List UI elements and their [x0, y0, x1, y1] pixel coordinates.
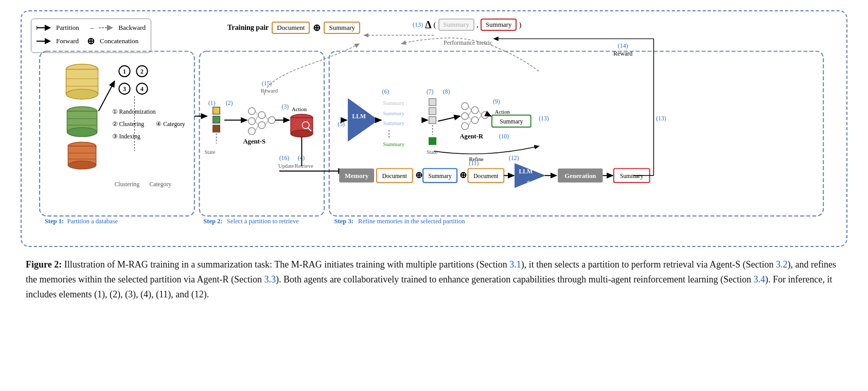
svg-text:2: 2 — [140, 68, 144, 75]
svg-line-106 — [468, 110, 471, 116]
svg-text:❄: ❄ — [359, 132, 364, 138]
svg-line-107 — [468, 116, 471, 120]
svg-marker-130 — [515, 164, 545, 188]
svg-rect-124 — [423, 169, 457, 183]
svg-text:Summary: Summary — [429, 173, 452, 180]
ref1: 3.1 — [509, 259, 521, 270]
svg-text:Refine: Refine — [469, 156, 484, 162]
svg-point-35 — [119, 83, 130, 94]
svg-rect-7 — [40, 51, 194, 216]
svg-text:① Randomization: ① Randomization — [112, 109, 156, 115]
svg-text:(12): (12) — [509, 155, 519, 162]
svg-point-100 — [462, 113, 469, 120]
legend-box: Partition – Backward Forward ⊕ Concatena… — [31, 19, 151, 53]
svg-rect-69 — [291, 118, 313, 134]
svg-text:Clustering: Clustering — [115, 181, 140, 188]
svg-point-68 — [291, 114, 313, 121]
svg-text:Generation: Generation — [564, 172, 596, 180]
svg-point-101 — [462, 122, 469, 130]
svg-point-70 — [291, 130, 313, 137]
svg-text:Category: Category — [149, 181, 171, 188]
svg-line-72 — [308, 128, 311, 131]
svg-marker-82 — [348, 99, 378, 141]
svg-text:Refine memories in the selecte: Refine memories in the selected partitio… — [358, 218, 465, 225]
ref2: 3.2 — [776, 259, 788, 270]
svg-point-22 — [68, 161, 96, 169]
main-container: Partition – Backward Forward ⊕ Concatena… — [21, 10, 847, 301]
svg-rect-93 — [429, 108, 436, 115]
forward-label: Forward — [56, 35, 79, 47]
svg-text:(10): (10) — [499, 133, 509, 140]
svg-text:Agent-S: Agent-S — [243, 138, 265, 145]
svg-point-10 — [66, 64, 98, 74]
svg-point-37 — [136, 83, 147, 94]
svg-text:Action: Action — [292, 106, 307, 112]
training-pair-label: Training pair — [227, 24, 269, 32]
summary-delta-1: Summary — [438, 19, 475, 31]
svg-text:❄: ❄ — [526, 180, 531, 186]
svg-text:Partition a database: Partition a database — [67, 218, 118, 225]
svg-text:(15): (15) — [262, 80, 272, 87]
svg-rect-127 — [468, 169, 504, 183]
svg-text:Action: Action — [495, 109, 510, 115]
svg-point-17 — [67, 128, 97, 136]
svg-text:(16): (16) — [279, 155, 289, 162]
ref3: 3.3 — [264, 274, 276, 285]
svg-line-108 — [468, 120, 471, 127]
legend-partition-row: Partition – Backward — [37, 22, 146, 33]
svg-line-62 — [265, 115, 269, 120]
svg-text:LLM: LLM — [352, 113, 366, 120]
concatenation-label: Concatenation — [100, 35, 138, 47]
svg-text:State: State — [427, 149, 438, 155]
svg-rect-135 — [558, 169, 603, 183]
svg-text:Retrieve: Retrieve — [295, 163, 313, 169]
svg-line-63 — [265, 120, 269, 126]
svg-text:Agent-R: Agent-R — [460, 133, 484, 140]
svg-text:(7): (7) — [427, 88, 434, 95]
ref4: 3.4 — [754, 274, 766, 285]
svg-point-104 — [482, 112, 489, 119]
svg-text:⊕: ⊕ — [415, 170, 422, 180]
svg-line-109 — [479, 110, 482, 115]
svg-text:(4): (4) — [298, 155, 305, 162]
summary-box-training: Summary — [324, 22, 360, 34]
svg-text:⊕: ⊕ — [459, 170, 467, 180]
svg-rect-9 — [329, 51, 824, 216]
svg-text:Summary: Summary — [500, 118, 523, 125]
svg-rect-114 — [492, 115, 531, 127]
partition-label: Partition — [56, 22, 79, 33]
svg-rect-96 — [429, 137, 436, 145]
svg-rect-8 — [200, 51, 325, 216]
svg-line-152 — [489, 115, 491, 116]
diagram-area: Partition – Backward Forward ⊕ Concatena… — [21, 10, 847, 247]
svg-line-110 — [479, 115, 482, 120]
svg-line-39 — [99, 81, 115, 111]
svg-rect-119 — [339, 169, 374, 183]
svg-line-60 — [255, 121, 258, 125]
svg-text:(8): (8) — [443, 88, 450, 95]
svg-point-102 — [471, 106, 479, 114]
svg-line-151 — [438, 116, 460, 121]
svg-rect-47 — [213, 116, 220, 123]
svg-text:(13): (13) — [539, 115, 548, 122]
summary-delta-2: Summary — [481, 19, 517, 31]
svg-line-59 — [255, 115, 258, 121]
svg-rect-46 — [213, 107, 220, 114]
performance-metric-label: Performance metric — [444, 39, 492, 47]
svg-text:(3): (3) — [282, 103, 289, 110]
svg-text:LLM: LLM — [519, 168, 533, 175]
svg-text:Step 2:: Step 2: — [203, 218, 222, 225]
svg-text:Summary: Summary — [383, 110, 405, 116]
svg-text:② Clustering
        ④ Categor: ② Clustering ④ Category — [112, 119, 185, 128]
training-pair-area: Training pair Document ⊕ Summary — [227, 22, 360, 34]
svg-text:3: 3 — [123, 86, 126, 93]
svg-text:Summary: Summary — [383, 120, 405, 126]
svg-line-105 — [468, 106, 471, 110]
svg-point-53 — [249, 118, 256, 125]
svg-point-55 — [258, 112, 265, 119]
svg-point-12 — [66, 89, 98, 99]
svg-rect-121 — [377, 169, 413, 183]
svg-point-52 — [249, 108, 256, 115]
svg-point-103 — [471, 117, 479, 124]
svg-point-99 — [462, 103, 469, 110]
